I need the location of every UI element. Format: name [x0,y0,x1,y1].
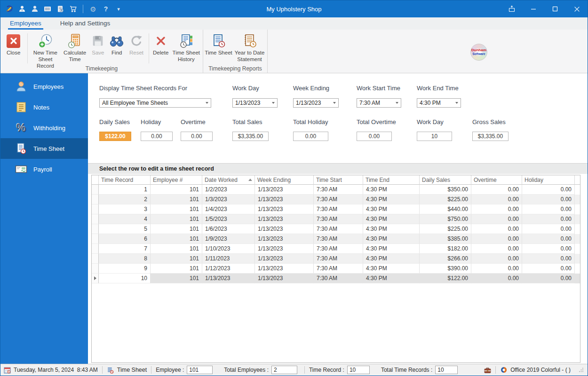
maximize-button[interactable] [544,0,566,17]
grid-cell-time-start[interactable]: 7:30 AM [314,195,363,204]
close-button[interactable]: Close [1,31,25,56]
grid-cell-daily-sales[interactable]: $182.00 [420,244,471,254]
table-row[interactable]: 21011/3/20231/13/20237:30 AM4:30 PM$225.… [92,195,580,204]
time-sheet-history-button[interactable]: Time Sheet History [171,31,202,63]
grid-cell-employee[interactable]: 101 [151,204,202,214]
grid-cell-holiday[interactable]: 0.00 [522,224,575,234]
overtime-field[interactable]: 0.00 [181,132,213,141]
help-icon[interactable]: ? [102,5,110,13]
total-overtime-field[interactable]: 0.00 [357,132,392,141]
grid-cell-overtime[interactable]: 0.00 [471,244,522,254]
qat-customize-chevron-icon[interactable]: ▾ [114,5,123,13]
sidebar-item-employees[interactable]: Employees [0,76,88,97]
find-button[interactable]: Find [107,31,126,56]
sidebar-item-time-sheet[interactable]: Time Sheet [0,138,88,159]
table-row[interactable]: 61011/9/20231/13/20237:30 AM4:30 PM$385.… [92,234,580,244]
table-row[interactable]: 91011/12/20231/13/20237:30 AM4:30 PM$390… [92,264,580,274]
grid-cell-overtime[interactable]: 0.00 [471,234,522,244]
reset-button[interactable]: Reset [126,31,147,56]
grid-cell-time-record[interactable]: 4 [99,214,151,224]
settings-gear-icon[interactable]: ⚙ [89,5,97,13]
grid-cell-week-ending[interactable]: 1/13/2023 [255,204,314,214]
employee-number-field[interactable]: 101 [187,366,213,374]
display-for-dropdown[interactable]: All Employee Time Sheets [99,98,211,108]
save-button[interactable]: Save [88,31,107,56]
grid-cell-time-end[interactable]: 4:30 PM [363,254,420,264]
table-row[interactable]: 31011/4/20231/13/20237:30 AM4:30 PM$440.… [92,204,580,214]
table-row[interactable]: 51011/6/20231/13/20237:30 AM4:30 PM$225.… [92,224,580,234]
grid-cell-daily-sales[interactable]: $390.00 [420,264,471,274]
new-time-sheet-record-button[interactable]: New Time Sheet Record [30,31,61,69]
grid-cell-time-record[interactable]: 7 [99,244,151,254]
grid-cell-date-worked[interactable]: 1/10/2023 [202,244,255,254]
grid-cell-holiday[interactable]: 0.00 [522,274,575,283]
grid-cell-daily-sales[interactable]: $225.00 [420,195,471,204]
column-header-date-worked[interactable]: Date Worked [202,175,255,185]
tab-employees[interactable]: Employees [9,18,42,30]
week-ending-dropdown[interactable]: 1/13/2023 [293,98,339,108]
grid-cell-time-record[interactable]: 5 [99,224,151,234]
grid-cell-employee[interactable]: 101 [151,254,202,264]
grid-cell-week-ending[interactable]: 1/13/2023 [255,244,314,254]
column-header-week-ending[interactable]: Week Ending [255,175,314,185]
total-holiday-field[interactable]: 0.00 [293,132,328,141]
grid-cell-overtime[interactable]: 0.00 [471,224,522,234]
grid-cell-time-record[interactable]: 10 [99,274,151,283]
grid-cell-week-ending[interactable]: 1/13/2023 [255,264,314,274]
grid-cell-week-ending[interactable]: 1/13/2023 [255,234,314,244]
total-employees-field[interactable]: 2 [271,366,297,374]
grid-cell-time-start[interactable]: 7:30 AM [314,254,363,264]
grid-cell-time-end[interactable]: 4:30 PM [363,204,420,214]
calculate-time-button[interactable]: Calculate Time [61,31,89,63]
column-header-holiday[interactable]: Holiday [522,175,575,185]
grid-cell-daily-sales[interactable]: $225.00 [420,224,471,234]
grid-cell-time-end[interactable]: 4:30 PM [363,274,420,283]
resize-grip[interactable] [577,366,585,374]
sidebar-item-withholding[interactable]: % Withholding [0,118,88,138]
grid-cell-time-start[interactable]: 7:30 AM [314,224,363,234]
grid-cell-daily-sales[interactable]: $440.00 [420,204,471,214]
grid-cell-overtime[interactable]: 0.00 [471,195,522,204]
sidebar-item-payroll[interactable]: Payroll [0,159,88,180]
grid-cell-week-ending[interactable]: 1/13/2023 [255,195,314,204]
grid-cell-holiday[interactable]: 0.00 [522,185,575,195]
column-header-employee[interactable]: Employee # [151,175,202,185]
grid-cell-time-record[interactable]: 9 [99,264,151,274]
grid-cell-overtime[interactable]: 0.00 [471,264,522,274]
work-end-time-dropdown[interactable]: 4:30 PM [417,98,461,108]
grid-cell-employee[interactable]: 101 [151,234,202,244]
table-row[interactable]: 11011/2/20231/13/20237:30 AM4:30 PM$350.… [92,185,580,195]
work-day-total-field[interactable]: 10 [417,132,452,141]
manager-icon[interactable] [18,5,26,13]
grid-cell-holiday[interactable]: 0.00 [522,244,575,254]
grid-cell-date-worked[interactable]: 1/13/2023 [202,274,255,283]
grid-cell-holiday[interactable]: 0.00 [522,195,575,204]
work-day-dropdown[interactable]: 1/13/2023 [232,98,278,108]
total-sales-field[interactable]: $3,335.00 [232,132,269,141]
chevron-down-icon[interactable] [331,102,338,104]
column-header-time-start[interactable]: Time Start [314,175,363,185]
grid-cell-overtime[interactable]: 0.00 [471,214,522,224]
grid-cell-employee[interactable]: 101 [151,244,202,254]
grid-cell-daily-sales[interactable]: $266.00 [420,254,471,264]
grid-cell-overtime[interactable]: 0.00 [471,185,522,195]
grid-cell-time-record[interactable]: 6 [99,234,151,244]
column-header-time-end[interactable]: Time End [363,175,420,185]
grid-cell-holiday[interactable]: 0.00 [522,204,575,214]
grid-cell-week-ending[interactable]: 1/13/2023 [255,254,314,264]
grid-cell-time-end[interactable]: 4:30 PM [363,244,420,254]
grid-cell-date-worked[interactable]: 1/9/2023 [202,234,255,244]
sidebar-item-notes[interactable]: Notes [0,97,88,118]
grid-cell-time-start[interactable]: 7:30 AM [314,274,363,283]
employee-icon[interactable] [31,5,39,13]
chevron-down-icon[interactable] [270,102,277,104]
year-to-date-statement-button[interactable]: Year to Date Statement [233,31,266,63]
grid-cell-date-worked[interactable]: 1/4/2023 [202,204,255,214]
work-start-time-dropdown[interactable]: 7:30 AM [357,98,401,108]
grid-cell-time-start[interactable]: 7:30 AM [314,185,363,195]
grid-cell-holiday[interactable]: 0.00 [522,254,575,264]
grid-cell-time-end[interactable]: 4:30 PM [363,185,420,195]
time-sheet-report-button[interactable]: Time Sheet [204,31,233,56]
grid-cell-employee[interactable]: 101 [151,214,202,224]
grid-cell-employee[interactable]: 101 [151,185,202,195]
